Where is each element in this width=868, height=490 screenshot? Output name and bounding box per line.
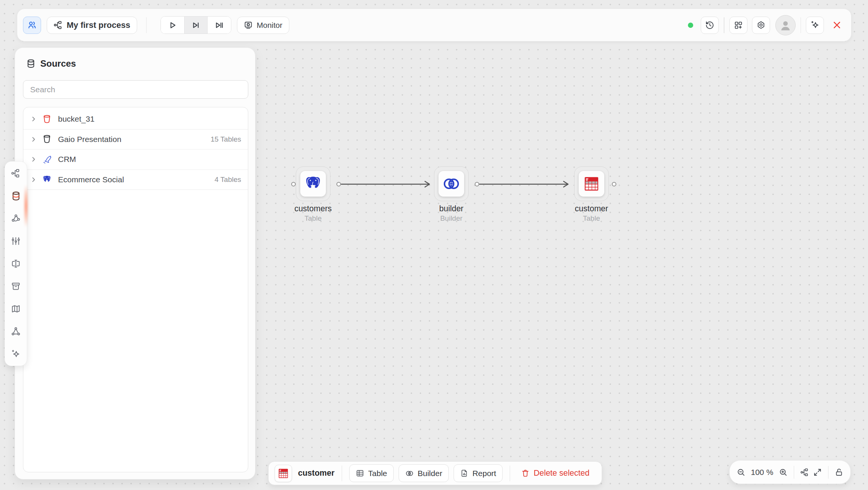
source-row-bucket-31[interactable]: bucket_31 <box>23 109 248 130</box>
node-title: customers <box>275 204 351 214</box>
report-view-label: Report <box>472 469 496 478</box>
person-icon <box>779 18 792 32</box>
fit-view-button[interactable] <box>813 467 822 478</box>
process-name-label: My first process <box>67 20 130 30</box>
report-icon <box>460 469 469 478</box>
bucket-dark-icon <box>42 134 52 144</box>
builder-venn-icon <box>442 174 461 194</box>
canvas-node-builder[interactable]: builder Builder <box>434 166 469 201</box>
toolbar-divider <box>828 466 828 479</box>
zoom-level: 100 % <box>749 468 775 477</box>
pipeline-canvas-page: { "header": { "process_name": "My first … <box>0 0 868 490</box>
expand-icon <box>813 468 822 477</box>
monitor-label: Monitor <box>257 21 282 30</box>
node-subtitle: Table <box>275 214 351 223</box>
canvas-zoom-toolbar: 100 % <box>729 460 851 484</box>
port-customers-in <box>292 182 295 186</box>
selected-node-tile[interactable] <box>275 465 292 482</box>
source-row-gaio-presentation[interactable]: Gaio Presentation 15 Tables <box>23 130 248 150</box>
workflow-icon <box>11 168 21 178</box>
port-customers-out <box>337 182 341 186</box>
auto-layout-button[interactable] <box>800 467 809 478</box>
map-icon <box>11 304 21 314</box>
rail-item-rename[interactable] <box>11 258 21 269</box>
rail-item-sources-active[interactable] <box>11 191 21 201</box>
port-customer-out <box>612 182 616 186</box>
chevron-right-icon[interactable] <box>29 135 38 143</box>
edge-arrowhead <box>564 182 568 187</box>
sources-panel: Sources bucket_31 Gaio Presentation 15 T… <box>15 47 255 479</box>
users-icon <box>27 20 37 31</box>
postgres-elephant-icon <box>304 175 322 193</box>
chevron-right-icon[interactable] <box>29 115 38 123</box>
play-pause-icon <box>214 20 224 30</box>
sources-title: Sources <box>40 58 76 69</box>
zoom-in-button[interactable] <box>779 467 788 478</box>
source-row-ecommerce-social[interactable]: Ecommerce Social 4 Tables <box>23 170 248 190</box>
source-name: bucket_31 <box>56 114 241 124</box>
node-shell[interactable] <box>296 166 330 201</box>
close-icon <box>832 20 842 30</box>
play-step-icon <box>191 20 201 30</box>
play-pause-button[interactable] <box>208 17 231 34</box>
delete-selected-label: Delete selected <box>533 469 589 478</box>
step-button[interactable] <box>184 17 208 34</box>
node-shell[interactable] <box>434 166 469 201</box>
canvas-node-customers[interactable]: customers Table <box>296 166 330 201</box>
chevron-right-icon[interactable] <box>29 155 38 163</box>
ai-assistant-button[interactable] <box>806 17 824 34</box>
rail-item-archive[interactable] <box>11 281 21 292</box>
node-tile <box>300 171 326 197</box>
monitor-button[interactable]: Monitor <box>237 17 289 34</box>
toolbar-divider <box>510 466 510 481</box>
delete-selected-button[interactable]: Delete selected <box>521 469 589 478</box>
user-avatar[interactable] <box>775 15 796 35</box>
close-button[interactable] <box>828 17 845 34</box>
toolbar-divider <box>342 466 342 481</box>
source-table-count: 4 Tables <box>215 176 241 184</box>
table-red-icon <box>278 468 289 479</box>
grid-add-icon <box>734 21 743 30</box>
play-button[interactable] <box>161 17 184 34</box>
node-subtitle: Builder <box>414 214 489 223</box>
sliders-icon <box>11 236 21 246</box>
node-title: builder <box>414 204 489 214</box>
database-icon <box>11 191 21 201</box>
lock-canvas-button[interactable] <box>834 467 844 478</box>
search-input[interactable] <box>23 80 248 99</box>
left-icon-rail <box>5 161 27 366</box>
active-rail-glow <box>24 186 28 226</box>
process-name-button[interactable]: My first process <box>47 17 137 34</box>
report-view-button[interactable]: Report <box>454 464 503 482</box>
database-icon <box>26 59 36 69</box>
rename-field-icon <box>11 259 21 269</box>
rail-item-sparkles[interactable] <box>11 349 21 359</box>
rail-item-share-nodes[interactable] <box>11 326 21 337</box>
mysql-dolphin-icon <box>42 154 52 164</box>
apps-add-button[interactable] <box>729 17 747 34</box>
status-dot <box>688 23 693 28</box>
node-tile <box>579 171 604 197</box>
trash-icon <box>521 469 530 478</box>
rail-item-sliders[interactable] <box>11 236 21 246</box>
zoom-out-button[interactable] <box>737 467 746 478</box>
rail-item-share-network[interactable] <box>11 213 21 224</box>
canvas-node-customer[interactable]: customer Table <box>574 166 609 201</box>
zoom-in-icon <box>779 468 788 477</box>
chevron-right-icon[interactable] <box>29 176 38 184</box>
settings-button[interactable] <box>752 17 770 34</box>
history-button[interactable] <box>701 17 719 34</box>
rail-item-workflow[interactable] <box>11 168 21 179</box>
toolbar-divider <box>794 466 794 479</box>
bucket-red-icon <box>42 114 52 124</box>
source-row-crm[interactable]: CRM <box>23 150 248 170</box>
table-view-button[interactable]: Table <box>349 464 393 482</box>
rail-item-map[interactable] <box>11 304 21 314</box>
toolbar-divider <box>146 17 147 33</box>
port-builder-out <box>475 182 479 186</box>
source-table-count: 15 Tables <box>211 135 241 143</box>
builder-view-button[interactable]: Builder <box>399 464 449 482</box>
users-button[interactable] <box>23 17 41 34</box>
table-icon <box>356 469 364 478</box>
node-shell[interactable] <box>574 166 609 201</box>
